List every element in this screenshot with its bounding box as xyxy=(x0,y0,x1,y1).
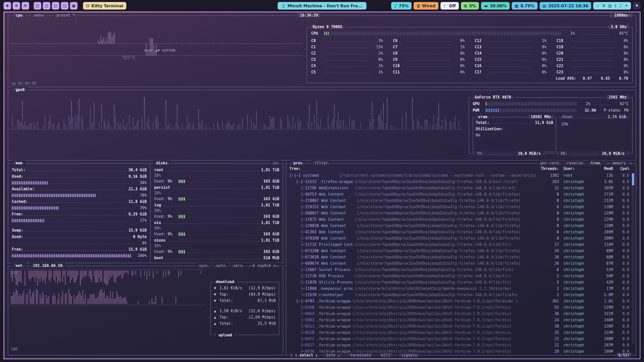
process-row[interactable]: ├─11972Web Content(/nix/store/fqadd0bprw… xyxy=(289,216,629,222)
settings-icon[interactable]: ✦ xyxy=(625,4,628,8)
info-button[interactable]: └info ↵┘ xyxy=(323,352,343,358)
kill-button[interactable]: └kill┘ xyxy=(378,352,393,358)
status-check-icon[interactable]: ✓ xyxy=(596,4,599,8)
process-row[interactable]: ├─11607Socket Process(/nix/store/fqadd0b… xyxy=(289,266,629,273)
cpu-core: C220% xyxy=(556,63,628,69)
mem-row-label: Cached: xyxy=(12,199,28,204)
process-scrollbar[interactable] xyxy=(632,173,634,344)
gpu-frequency-label: ┤2565 MHz├ xyxy=(606,95,630,100)
battery-widget[interactable]: ✿5% xyxy=(461,2,479,10)
process-cpu: 0.0 xyxy=(613,205,629,209)
workspace-1-button[interactable]: ◰ xyxy=(34,2,41,10)
workspace-5-icon: ▣ xyxy=(72,4,75,8)
process-row[interactable]: ├─11739RDD Process(/nix/store/fqadd0bprw… xyxy=(289,273,629,279)
process-row[interactable]: └─11539crashhelper(/nix/store/fqadd0bprw… xyxy=(289,292,629,298)
process-row[interactable]: ├─11968.keepassxc-prox(/nix/store/bslpj6… xyxy=(289,285,629,292)
cpu-column-header[interactable]: Cpu% xyxy=(613,166,629,171)
audio-icon[interactable]: ♪ xyxy=(620,4,622,8)
core-usage-percent: 15% xyxy=(371,45,383,49)
process-row[interactable]: [-]─11532.firefox-wrappe(/nix/store/fqad… xyxy=(289,178,629,185)
nixos-button[interactable]: ❄ xyxy=(13,2,20,10)
update-interval-control[interactable]: ┤-1000ms+├ xyxy=(609,13,633,18)
disks-io-toggle[interactable]: ┌io┐ xyxy=(270,160,281,166)
mem-row-label: Used: xyxy=(12,174,23,179)
cpu-usage-widget[interactable]: ▦8.79% xyxy=(512,2,538,10)
scrollbar-thumb[interactable] xyxy=(632,173,634,185)
interval-increase-button[interactable]: + xyxy=(628,13,630,18)
process-mem: 271M xyxy=(592,192,613,197)
memory-usage-widget[interactable]: ▬30.06% xyxy=(481,2,510,10)
process-row[interactable]: ├─689674Web Content(/nix/store/fqadd0bpr… xyxy=(289,260,629,266)
process-row[interactable]: ├─479390Web Content(/nix/store/fqadd0bpr… xyxy=(289,235,629,241)
process-pid: 673288 xyxy=(305,249,319,253)
mem-row-percent: 70% xyxy=(134,193,147,198)
workspace-5-button[interactable]: ▣ xyxy=(70,2,77,10)
menu-button[interactable]: ┌menu┐ xyxy=(31,13,47,18)
workspace-4-button[interactable]: ◲ xyxy=(61,2,68,10)
process-row[interactable]: ├─673038Web Content(/nix/store/fqadd0bpr… xyxy=(289,254,629,260)
volume-widget[interactable]: ♪75% xyxy=(391,2,412,10)
process-row[interactable]: [-]─4783.ferdium-wrappe(/nix/store/a1pj8… xyxy=(289,298,629,304)
signals-button[interactable]: └signals┘ xyxy=(398,352,420,358)
process-row[interactable]: ├─6517.ferdium-wrappe(/nix/store/a1pj8hx… xyxy=(289,342,629,348)
process-row[interactable]: ├─6472.ferdium-wrappe(/nix/store/a1pj8hx… xyxy=(289,336,629,342)
process-row[interactable]: [-]─1systemd(/run/current-system/systemd… xyxy=(289,172,629,178)
memory-column-header[interactable]: MemB xyxy=(592,166,613,171)
cpu-core: C200% xyxy=(556,50,628,56)
tree-toggle[interactable]: ┌tree┐ xyxy=(588,160,603,166)
process-row[interactable]: ├─41363Web Content(/nix/store/fqadd0bprw… xyxy=(289,229,629,235)
idle-inhibitor-widget[interactable]: ☾Off xyxy=(440,2,459,10)
process-row[interactable]: ├─94753Web Content(/nix/store/fqadd0bprw… xyxy=(289,191,629,197)
process-row[interactable]: ├─6654.ferdium-wrappe(/nix/store/a1pj8hx… xyxy=(289,310,629,317)
process-pid: 6511 xyxy=(305,324,314,329)
process-row[interactable]: ├─220028Web Content(/nix/store/fqadd0bpr… xyxy=(289,222,629,229)
user-column-header[interactable]: User: xyxy=(559,166,592,171)
mem-stat-row: Free:15,9 GiB xyxy=(12,246,147,253)
process-row[interactable]: ├─11839Utility Process(/nix/store/fqadd0… xyxy=(289,279,629,285)
process-threads: 22 xyxy=(536,343,559,347)
process-row[interactable]: ├─6520.ferdium-wrappe(/nix/store/a1pj8hx… xyxy=(289,329,629,336)
disk-io-label: IO% xyxy=(154,226,279,231)
process-threads: 1302 xyxy=(536,173,559,178)
process-command: (/nix/store/a1pj8hxirp2y2090nbwa7api3asi… xyxy=(352,343,537,347)
terminate-button[interactable]: └terminate┘ xyxy=(347,352,374,358)
reload-button[interactable]: ⟳ xyxy=(22,2,29,10)
process-row[interactable]: ├─218067Web Content(/nix/store/fqadd0bpr… xyxy=(289,197,629,204)
launcher-button[interactable]: ❖ xyxy=(4,2,11,10)
process-row[interactable]: ├─6350.ferdium-wrappe(/nix/store/a1pj8hx… xyxy=(289,304,629,310)
per-core-toggle[interactable]: ┌per-core┐ xyxy=(538,160,562,166)
interval-decrease-button[interactable]: - xyxy=(612,13,614,18)
reverse-toggle[interactable]: ┌reverse┐ xyxy=(564,160,586,166)
sort-column-selector[interactable]: ┌← memory →┐ xyxy=(605,160,634,166)
process-row[interactable]: ├─5983.ferdium-wrappe(/nix/store/a1pj8hx… xyxy=(289,317,629,323)
process-name: Utility Process xyxy=(319,280,355,285)
process-pid: 11839 xyxy=(305,280,316,285)
process-row[interactable]: ├─673288Web Content(/nix/store/fqadd0bpr… xyxy=(289,248,629,254)
process-row[interactable]: ├─219152Web Content(/nix/store/fqadd0bpr… xyxy=(289,204,629,210)
display-icon[interactable]: ▥ xyxy=(608,4,612,8)
bluetooth-icon[interactable]: ᛒ xyxy=(615,4,617,8)
net-sync-toggle[interactable]: ┌sync┐ xyxy=(196,263,211,268)
sync-icon[interactable]: ⇅ xyxy=(602,4,606,8)
net-zero-toggle[interactable]: ┌zero┐ xyxy=(230,263,246,268)
select-hint[interactable]: ↑ ↑ select ↓ xyxy=(289,353,318,357)
process-row[interactable]: ├─580017Web Content(/nix/store/fqadd0bpr… xyxy=(289,210,629,216)
workspace-2-button[interactable]: ◳ xyxy=(43,2,50,10)
music-widget[interactable]: ♫ Minuit Machine - Don't Run Fro... xyxy=(278,2,367,10)
network-widget[interactable]: ≣Wired xyxy=(414,2,438,10)
process-row[interactable]: ├─11795WebExtensions(/nix/store/fqadd0bp… xyxy=(289,185,629,191)
window-title-button[interactable]: ᗢ Kitty Terminal xyxy=(83,2,126,10)
tree-branch: ├─ xyxy=(289,217,305,222)
net-auto-toggle[interactable]: ┌auto┐ xyxy=(213,263,228,268)
system-tray[interactable]: ✓⇅▥ᛒ♪✦ xyxy=(593,2,631,10)
process-row[interactable]: ├─11732Privileged Cont(/nix/store/fqadd0… xyxy=(289,241,629,248)
process-filter-button[interactable]: ┌filter┐ xyxy=(311,160,331,166)
clock-widget[interactable]: ▤2025-07-22 16:36 xyxy=(540,2,591,10)
threads-column-header[interactable]: Threads: xyxy=(536,166,559,171)
net-interface-selector[interactable]: ┌←b enp8s0 n→┐ xyxy=(248,263,281,268)
process-row[interactable]: ├─6511.ferdium-wrappe(/nix/store/a1pj8hx… xyxy=(289,323,629,329)
notification-bell-button[interactable]: ⚑ xyxy=(633,2,640,10)
workspace-3-button[interactable]: ◱ xyxy=(52,2,59,10)
preset-button[interactable]: ┌preset *┐ xyxy=(54,13,78,18)
tree-column-header[interactable]: Tree: xyxy=(289,166,536,171)
